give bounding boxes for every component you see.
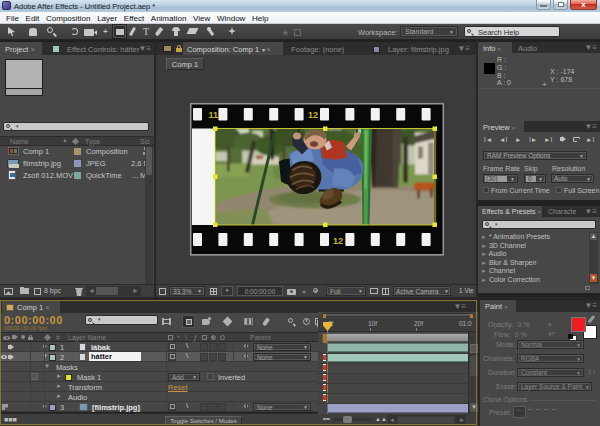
svg-text:12: 12 — [333, 235, 343, 245]
svg-text:12: 12 — [308, 110, 318, 120]
svg-text:11: 11 — [209, 110, 219, 120]
